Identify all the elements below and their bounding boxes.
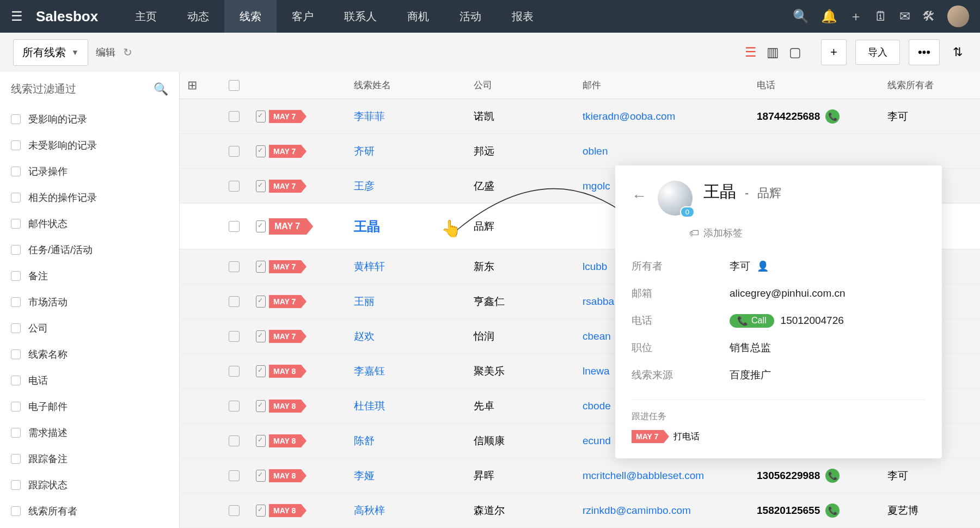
table-row[interactable]: MAY 7李菲菲诺凯tkieradn@ooba.com18744225688📞李… bbox=[180, 99, 980, 134]
lead-name-link[interactable]: 高秋梓 bbox=[354, 505, 385, 516]
col-header-phone[interactable]: 电话 bbox=[757, 79, 887, 91]
row-checkbox[interactable] bbox=[229, 111, 240, 122]
filter-checkbox[interactable] bbox=[11, 323, 21, 333]
lead-name-link[interactable]: 李娅 bbox=[354, 470, 375, 481]
lead-name-link[interactable]: 陈舒 bbox=[354, 435, 375, 446]
filter-item-11[interactable]: 电子邮件 bbox=[11, 394, 168, 420]
user-avatar[interactable] bbox=[947, 5, 969, 27]
nav-item-4[interactable]: 联系人 bbox=[329, 0, 392, 33]
menu-icon[interactable]: ☰ bbox=[11, 9, 23, 24]
filter-item-10[interactable]: 电话 bbox=[11, 367, 168, 394]
filter-item-6[interactable]: 备注 bbox=[11, 263, 168, 289]
search-icon[interactable]: 🔍 bbox=[793, 9, 809, 24]
email-value[interactable]: alicegrey@pinhui.com.cn bbox=[730, 287, 846, 299]
col-header-name[interactable]: 线索姓名 bbox=[354, 79, 474, 91]
filter-checkbox[interactable] bbox=[11, 271, 21, 281]
row-checkbox[interactable] bbox=[229, 181, 240, 192]
list-view-icon[interactable]: ☰ bbox=[745, 45, 757, 60]
filter-checkbox[interactable] bbox=[11, 193, 21, 202]
filter-checkbox[interactable] bbox=[11, 454, 21, 464]
filter-checkbox[interactable] bbox=[11, 428, 21, 438]
calendar-icon[interactable]: 🗓 bbox=[874, 9, 887, 24]
email-link[interactable]: lcubb bbox=[583, 261, 607, 272]
email-link[interactable]: rzinkdb@camimbo.com bbox=[583, 505, 691, 516]
canvas-view-icon[interactable]: ▢ bbox=[789, 45, 801, 60]
lead-name-link[interactable]: 杜佳琪 bbox=[354, 400, 385, 412]
nav-item-7[interactable]: 报表 bbox=[497, 0, 549, 33]
bell-icon[interactable]: 🔔 bbox=[821, 9, 837, 24]
table-row[interactable]: MAY 8高秋梓森道尔rzinkdb@camimbo.com1582012565… bbox=[180, 493, 980, 528]
task-row[interactable]: MAY 7 打电话 bbox=[632, 430, 926, 443]
filter-item-5[interactable]: 任务/通话/活动 bbox=[11, 237, 168, 263]
row-checkbox[interactable] bbox=[229, 366, 240, 377]
lead-avatar[interactable]: 0 bbox=[658, 181, 693, 216]
lead-name-link[interactable]: 王晶 bbox=[354, 219, 380, 234]
edit-link[interactable]: 编辑 bbox=[96, 46, 115, 59]
col-header-email[interactable]: 邮件 bbox=[583, 79, 757, 91]
filter-checkbox[interactable] bbox=[11, 349, 21, 359]
row-checkbox[interactable] bbox=[229, 435, 240, 446]
filter-item-15[interactable]: 线索所有者 bbox=[11, 498, 168, 524]
import-button[interactable]: 导入 bbox=[855, 40, 900, 65]
kanban-view-icon[interactable]: ▥ bbox=[767, 45, 779, 60]
row-checkbox[interactable] bbox=[229, 146, 240, 157]
call-button[interactable]: 📞 Call bbox=[730, 314, 774, 328]
col-header-owner[interactable]: 线索所有者 bbox=[887, 79, 975, 91]
col-header-company[interactable]: 公司 bbox=[474, 79, 583, 91]
lead-name-link[interactable]: 赵欢 bbox=[354, 330, 375, 342]
filter-checkbox[interactable] bbox=[11, 219, 21, 229]
filter-item-0[interactable]: 受影响的记录 bbox=[11, 106, 168, 132]
filter-item-7[interactable]: 市场活动 bbox=[11, 289, 168, 315]
email-link[interactable]: ecund bbox=[583, 435, 611, 446]
filter-checkbox[interactable] bbox=[11, 376, 21, 385]
email-link[interactable]: oblen bbox=[583, 145, 608, 157]
filter-checkbox[interactable] bbox=[11, 167, 21, 176]
row-checkbox[interactable] bbox=[229, 401, 240, 412]
table-row[interactable]: MAY 8李娅昇晖mcritchell@babbleset.com1305622… bbox=[180, 458, 980, 493]
row-checkbox[interactable] bbox=[229, 296, 240, 307]
filter-item-9[interactable]: 线索名称 bbox=[11, 341, 168, 367]
call-icon[interactable]: 📞 bbox=[825, 504, 840, 518]
call-icon[interactable]: 📞 bbox=[825, 469, 840, 483]
more-button[interactable]: ••• bbox=[909, 39, 940, 65]
nav-item-3[interactable]: 客户 bbox=[277, 0, 329, 33]
select-all-checkbox[interactable] bbox=[229, 80, 240, 91]
tools-icon[interactable]: 🛠 bbox=[922, 9, 935, 24]
call-icon[interactable]: 📞 bbox=[825, 109, 840, 124]
email-link[interactable]: cbean bbox=[583, 330, 611, 342]
nav-item-6[interactable]: 活动 bbox=[444, 0, 497, 33]
filter-search-icon[interactable]: 🔍 bbox=[154, 82, 168, 96]
table-row[interactable]: MAY 7齐研邦远oblen bbox=[180, 134, 980, 169]
email-link[interactable]: rsabba bbox=[583, 296, 614, 307]
filter-checkbox[interactable] bbox=[11, 402, 21, 412]
filter-item-8[interactable]: 公司 bbox=[11, 315, 168, 341]
filter-item-3[interactable]: 相关的操作记录 bbox=[11, 185, 168, 211]
row-checkbox[interactable] bbox=[229, 331, 240, 342]
mail-icon[interactable]: ✉ bbox=[899, 9, 910, 24]
filter-checkbox[interactable] bbox=[11, 480, 21, 490]
sort-icon[interactable]: ⇅ bbox=[948, 45, 967, 59]
email-link[interactable]: mcritchell@babbleset.com bbox=[583, 470, 704, 481]
nav-item-0[interactable]: 主页 bbox=[120, 0, 172, 33]
lead-name-link[interactable]: 黄梓轩 bbox=[354, 261, 385, 272]
lead-name-link[interactable]: 王彦 bbox=[354, 180, 375, 192]
filter-checkbox[interactable] bbox=[11, 245, 21, 255]
refresh-icon[interactable]: ↻ bbox=[123, 46, 132, 59]
row-checkbox[interactable] bbox=[229, 221, 240, 232]
filter-checkbox[interactable] bbox=[11, 506, 21, 516]
row-checkbox[interactable] bbox=[229, 261, 240, 272]
lead-name-link[interactable]: 王丽 bbox=[354, 296, 375, 307]
email-link[interactable]: tkieradn@ooba.com bbox=[583, 110, 675, 122]
filter-item-13[interactable]: 跟踪备注 bbox=[11, 446, 168, 472]
add-button[interactable]: + bbox=[821, 39, 847, 65]
add-tag-button[interactable]: 🏷 添加标签 bbox=[689, 226, 926, 240]
row-checkbox[interactable] bbox=[229, 505, 240, 516]
nav-item-1[interactable]: 动态 bbox=[172, 0, 224, 33]
filter-item-2[interactable]: 记录操作 bbox=[11, 158, 168, 185]
lead-name-link[interactable]: 齐研 bbox=[354, 145, 375, 157]
filter-checkbox[interactable] bbox=[11, 140, 21, 150]
view-selector[interactable]: 所有线索 ▼ bbox=[13, 39, 88, 66]
filter-item-1[interactable]: 未受影响的记录 bbox=[11, 132, 168, 158]
row-checkbox[interactable] bbox=[229, 470, 240, 481]
email-link[interactable]: cbode bbox=[583, 400, 611, 412]
